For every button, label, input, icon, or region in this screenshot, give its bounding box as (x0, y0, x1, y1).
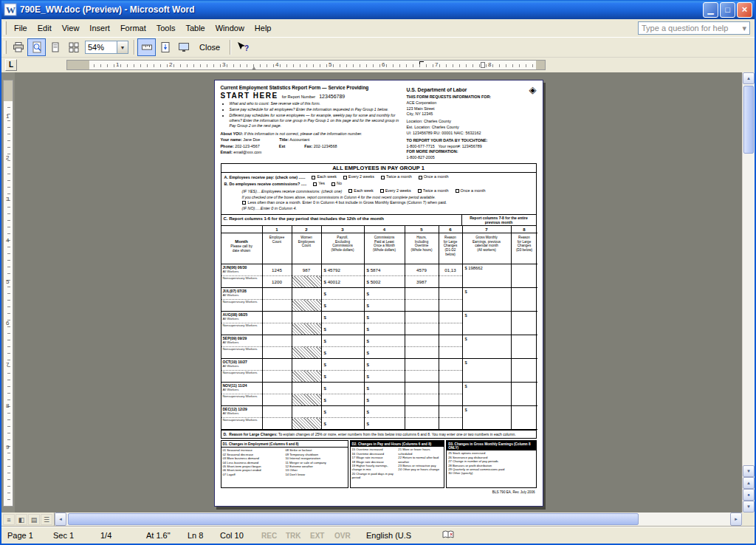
gross-monthly-earnings-cell: $ (463, 312, 512, 335)
all-workers-value: $ (365, 335, 405, 346)
menu-format[interactable]: Format (115, 21, 151, 35)
v-ruler-number: 9 (6, 444, 9, 450)
menu-help[interactable]: Help (250, 21, 277, 35)
first-line-indent-marker[interactable] (252, 66, 256, 70)
all-workers-value (405, 312, 439, 323)
shrink-to-fit-button[interactable] (156, 38, 174, 56)
reason-box-items: 01 Seasonal increase02 Seasonal decrease… (221, 448, 348, 484)
data-cell-col4: $$ (365, 383, 405, 406)
zoom-dropdown-arrow[interactable]: ▼ (117, 41, 128, 54)
spelling-status-icon[interactable] (442, 530, 454, 540)
about-you-block: About YOU: If this information is not co… (221, 131, 402, 156)
horizontal-scroll-thumb[interactable] (68, 513, 639, 525)
phone: Phone: 202-123-4567 (221, 143, 260, 149)
status-toggle-rec[interactable]: REC (261, 532, 286, 540)
month-header-title: Month (221, 239, 262, 245)
menu-edit[interactable]: Edit (32, 21, 57, 35)
nonsupervisory-label: Nonsupervisory Workers (221, 275, 262, 287)
horizontal-scroll-row: ≡ ◧ ▤ ☰ ◂ ▸ (1, 513, 755, 526)
column-number: 7 (463, 226, 512, 233)
gross-monthly-earnings-cell: $ (463, 406, 512, 430)
v-ruler-number: 2 (6, 154, 9, 161)
document-page[interactable]: Current Employment Statistics Report For… (214, 80, 543, 507)
status-toggle-ext[interactable]: EXT (310, 532, 334, 540)
menubar-grip[interactable] (4, 21, 7, 35)
toolbar-grip[interactable] (4, 41, 7, 54)
touchtone-phone: 1-800-677-7715 (407, 144, 435, 148)
vertical-scrollbar[interactable]: ▴ ▾ ▲ ● ▼ (742, 72, 755, 513)
multiple-pages-button[interactable] (64, 38, 83, 56)
word-app-icon: W (4, 3, 17, 16)
context-help-button[interactable]: ? (233, 38, 252, 56)
status-toggle-ovr[interactable]: OVR (334, 532, 359, 540)
menu-tools[interactable]: Tools (151, 21, 181, 35)
toolbar-separator (230, 40, 230, 55)
scroll-up-button[interactable]: ▴ (743, 72, 755, 84)
zoom-control: 54% ▼ (85, 41, 128, 54)
print-preview-toolbar: 54% ▼ Close ? (1, 37, 755, 58)
outline-view-button[interactable]: ☰ (41, 514, 52, 525)
document-area: 123456789 Current Employment Statistics … (1, 72, 755, 513)
print-button[interactable] (9, 38, 27, 56)
maximize-button[interactable]: □ (720, 2, 735, 18)
right-indent-marker[interactable] (481, 62, 485, 68)
nonsupervisory-value (405, 346, 439, 358)
view-ruler-button[interactable] (137, 38, 156, 56)
if-yes-row: (IF YES)....Employees receive commission… (242, 188, 533, 195)
web-layout-view-button[interactable]: ◧ (16, 514, 27, 525)
form-header: Current Employment Statistics Report For… (221, 85, 537, 161)
menu-view[interactable]: View (57, 21, 85, 35)
title-value: Accountant (289, 137, 309, 142)
close-preview-button[interactable]: Close (193, 40, 227, 55)
all-workers-value: $ (365, 383, 405, 394)
select-browse-object-button[interactable]: ● (743, 489, 755, 501)
column-title-7: Gross MonthlyEarnings, previouscalendar … (463, 233, 512, 264)
tab-selector[interactable]: L (5, 59, 17, 71)
section-a-options: Each weekEvery 2 weeksTwice a monthOnce … (305, 176, 448, 180)
data-cell-col4: $ 5874$ 5002 (365, 264, 405, 288)
all-workers-value (292, 335, 321, 346)
menu-file[interactable]: File (9, 21, 32, 35)
column-title-line: (D3 below) (512, 248, 537, 253)
nonsupervisory-value: $ (365, 323, 405, 335)
horizontal-scroll-track[interactable] (66, 513, 730, 526)
all-workers-label: All Workers (223, 411, 261, 415)
tab-stop-marker[interactable] (419, 61, 424, 64)
all-workers-value (263, 359, 292, 370)
question-for-help-box[interactable]: Type a question for help ▾ (638, 21, 750, 35)
word-window: W 790E_WW.doc (Preview) - Microsoft Word… (0, 0, 756, 545)
data-cell-col1 (263, 335, 292, 359)
normal-view-button[interactable]: ≡ (3, 514, 15, 525)
close-window-button[interactable]: × (737, 2, 752, 18)
vertical-scroll-thumb[interactable] (743, 86, 754, 154)
menu-insert[interactable]: Insert (84, 21, 115, 35)
data-cell-col2 (292, 359, 322, 383)
reason-code-item: 14 Don't know (286, 473, 346, 476)
month-cell-top: JUN(06) 06/30All Workers (221, 264, 262, 275)
data-cell-col1: 12451200 (263, 264, 292, 288)
nonsupervisory-value: $ (365, 346, 405, 358)
previous-page-button[interactable]: ▲ (743, 477, 755, 489)
menu-window[interactable]: Window (210, 21, 250, 35)
magnifier-button[interactable] (27, 38, 46, 56)
status-toggle-trk[interactable]: TRK (286, 532, 310, 540)
next-page-button[interactable]: ▼ (743, 501, 755, 513)
pay-group-header: ALL EMPLOYEES IN PAY GROUP 1 (221, 163, 537, 173)
menu-table[interactable]: Table (180, 21, 210, 35)
minimize-button[interactable]: ▁ (703, 2, 718, 18)
status-line: Ln 8 (188, 531, 220, 540)
one-page-button[interactable] (46, 38, 64, 56)
full-screen-button[interactable] (174, 38, 193, 56)
question-dropdown-arrow[interactable]: ▾ (742, 24, 746, 33)
your-report-number: Your report#: 123456789 (438, 144, 481, 148)
all-workers-value (263, 312, 292, 323)
scroll-down-button[interactable]: ▾ (743, 465, 755, 477)
zoom-value-field[interactable]: 54% (85, 41, 117, 54)
checkbox-option: Once a month (419, 174, 449, 180)
scroll-right-button[interactable]: ▸ (730, 513, 742, 526)
checkbox (343, 176, 347, 179)
menu-bar: FileEditViewInsertFormatToolsTableWindow… (1, 19, 755, 37)
print-layout-view-button[interactable]: ▤ (28, 514, 40, 525)
scroll-left-button[interactable]: ◂ (55, 513, 66, 526)
vertical-scroll-track[interactable] (743, 84, 755, 465)
